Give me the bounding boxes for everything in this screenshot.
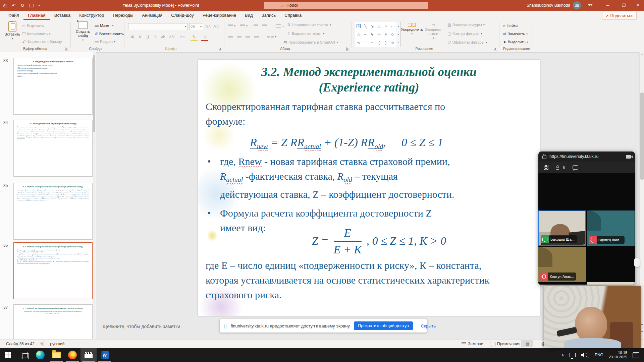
- window-restore-button[interactable]: ❐: [618, 0, 630, 11]
- notes-toggle[interactable]: Заметки: [462, 342, 483, 346]
- start-button[interactable]: [0, 348, 16, 362]
- oval-shape-icon[interactable]: ○: [385, 24, 387, 28]
- hide-toast-link[interactable]: Скрыть: [421, 323, 436, 328]
- reset-button[interactable]: ↺Восстановить: [95, 32, 124, 36]
- find-button[interactable]: ⌕Найти: [503, 23, 518, 28]
- drawing-dialog-launcher-icon[interactable]: ◢: [494, 47, 497, 51]
- change-case-button[interactable]: Аа: [178, 34, 186, 40]
- tab-record[interactable]: Запись: [257, 11, 280, 20]
- search-input[interactable]: ⌕ Поиск: [264, 2, 428, 9]
- italic-button[interactable]: К: [137, 34, 144, 40]
- increase-indent-button[interactable]: [262, 24, 267, 27]
- tab-design[interactable]: Конструктор: [75, 11, 108, 20]
- right-arrow-shape-icon[interactable]: ⇨: [378, 32, 381, 37]
- slide-thumbnail-33[interactable]: 3. Индивидуальные тарифные ставки • Мето…: [13, 58, 93, 115]
- star-shape-icon[interactable]: ☆: [391, 41, 394, 45]
- thumbnail-panel-scrollbar[interactable]: [93, 52, 95, 339]
- participants-tab[interactable]: 6: [556, 165, 565, 170]
- right-brace-shape-icon[interactable]: }: [385, 41, 387, 45]
- text-shadow-button[interactable]: S: [152, 34, 159, 40]
- bold-button[interactable]: Ж: [129, 34, 136, 40]
- curve-shape-icon[interactable]: ∼: [371, 41, 374, 45]
- window-minimize-button[interactable]: ─: [602, 0, 614, 11]
- slide-canvas[interactable]: 3.2. Метод экспериментальной оценки (Exp…: [198, 60, 540, 316]
- character-spacing-button[interactable]: АV: [167, 34, 176, 40]
- down-arrow-shape-icon[interactable]: ⇩: [384, 32, 387, 37]
- paste-button[interactable]: Вставить▾: [4, 21, 21, 41]
- tab-animations[interactable]: Анимация: [138, 11, 167, 20]
- section-button[interactable]: Раздел▾: [95, 40, 115, 44]
- participant-tile-vdovets[interactable]: Вдовец Фил...: [587, 210, 635, 246]
- copy-button[interactable]: ❐Копировать▾: [22, 32, 50, 36]
- ribbon-display-options-icon[interactable]: ⌤: [584, 0, 596, 11]
- slide-thumbnail-36-selected[interactable]: 3.2. Метод экспериментальной оценки (Exp…: [13, 242, 93, 299]
- share-button[interactable]: ↗ Поделиться: [602, 12, 637, 20]
- gallery-more-icon[interactable]: ≡: [397, 42, 399, 44]
- account-name[interactable]: Shamsuddinov Bakhodir: [513, 0, 570, 11]
- line-spacing-button[interactable]: ↕▾: [273, 24, 284, 28]
- slide-indicator[interactable]: Слайд 36 из 42: [6, 342, 35, 346]
- tab-transitions[interactable]: Переходы: [108, 11, 138, 20]
- align-center-button[interactable]: [237, 35, 241, 38]
- save-icon[interactable]: ⎙: [3, 3, 7, 8]
- task-view-button[interactable]: [16, 348, 32, 362]
- smartart-button[interactable]: ⬒Преобразовать в SmartArt▾: [283, 40, 338, 45]
- comments-toggle[interactable]: Примечания: [490, 342, 520, 346]
- shape-outline-button[interactable]: ▢Контур фигуры▾: [447, 31, 482, 36]
- word-taskbar-button[interactable]: W: [97, 348, 113, 362]
- normal-view-button[interactable]: ▤: [521, 340, 533, 347]
- tab-slideshow[interactable]: Слайд-шоу: [167, 11, 198, 20]
- media-app-taskbar-button[interactable]: [80, 348, 97, 362]
- text-direction-button[interactable]: ⇅Направление текста▾: [287, 22, 331, 27]
- start-slideshow-icon[interactable]: 🖵: [29, 3, 34, 8]
- grow-font-button[interactable]: A˄: [205, 24, 211, 29]
- tab-help[interactable]: Справка: [280, 11, 306, 20]
- meeting-url-bar[interactable]: https://finuniversity.ktalk.ru: [538, 152, 635, 162]
- tab-file[interactable]: Файл: [4, 11, 23, 20]
- font-dialog-launcher-icon[interactable]: ◢: [219, 47, 222, 51]
- shape-fill-button[interactable]: ▨Заливка фигуры▾: [447, 22, 485, 27]
- gallery-down-icon[interactable]: ▼: [397, 33, 399, 36]
- diamond-shape-icon[interactable]: ◇: [391, 32, 394, 37]
- shrink-font-button[interactable]: A˅: [213, 24, 219, 29]
- self-video-window[interactable]: [544, 286, 641, 348]
- notes-placeholder[interactable]: Щелкните, чтобы добавить заметки: [103, 324, 180, 329]
- font-color-button[interactable]: А: [201, 34, 208, 41]
- layout-button[interactable]: Макет▾: [95, 23, 114, 27]
- clipboard-dialog-launcher-icon[interactable]: ◢: [65, 47, 69, 51]
- participant-tile-kovtun[interactable]: Ковтун Анас...: [538, 247, 586, 282]
- stop-sharing-button[interactable]: Прекратить общий доступ: [354, 321, 413, 330]
- notification-center-icon[interactable]: [633, 352, 639, 358]
- slide-thumbnail-34[interactable]: 3.1.Метод плановой оценки (Schedule rati…: [13, 120, 93, 177]
- cut-button[interactable]: ✂Вырезать: [22, 23, 44, 28]
- scroll-up-icon[interactable]: ▲: [640, 53, 644, 56]
- window-close-button[interactable]: ✕: [632, 0, 644, 11]
- new-slide-button[interactable]: Создать слайд▾: [73, 21, 93, 42]
- font-name-combo[interactable]: ▾: [128, 23, 188, 30]
- scrollbar-thumb[interactable]: [640, 93, 644, 180]
- tray-chevron-icon[interactable]: ∧: [561, 353, 564, 357]
- slide-thumbnail-37[interactable]: 3.2. Метод экспериментальной оценки (Exp…: [13, 304, 93, 339]
- clock[interactable]: 10:15 23.10.2025: [609, 351, 627, 359]
- shapes-gallery[interactable]: A ╲ ↘ □ ○ ▭ △ ⌐ ↳ ⇨ ⇩ ◇ ∿ ⌒ ∼ { } ☆: [355, 22, 396, 47]
- participant-tile-bakhodir[interactable]: Баходир Ша...: [538, 210, 586, 246]
- line-shape-icon[interactable]: ╲: [364, 24, 367, 28]
- tab-home[interactable]: Главная: [23, 11, 50, 20]
- tab-insert[interactable]: Вставка: [50, 11, 75, 20]
- select-button[interactable]: ➤Выделить▾: [503, 40, 528, 44]
- arrow-shape-icon[interactable]: ↘: [371, 24, 374, 28]
- firefox-taskbar-button[interactable]: [64, 348, 80, 362]
- bullets-button[interactable]: ▾: [228, 24, 235, 27]
- explorer-taskbar-button[interactable]: [48, 348, 64, 362]
- participant-tile-auditorium[interactable]: АУДИТОРИЯ 410: [587, 282, 635, 285]
- language-status[interactable]: русский: [50, 342, 64, 346]
- align-right-button[interactable]: [246, 35, 250, 38]
- format-painter-button[interactable]: 🖌Формат по образцу: [22, 40, 62, 44]
- arc-shape-icon[interactable]: ⌒: [364, 40, 367, 45]
- strikethrough-button[interactable]: ab: [160, 34, 167, 40]
- text-box-shape-icon[interactable]: A: [357, 24, 361, 28]
- arrange-button[interactable]: ❏❏ Упорядочить▾: [401, 23, 423, 36]
- tab-review[interactable]: Рецензирование: [198, 11, 240, 20]
- grid-view-tab[interactable]: [544, 165, 548, 170]
- volume-icon[interactable]: [581, 353, 589, 358]
